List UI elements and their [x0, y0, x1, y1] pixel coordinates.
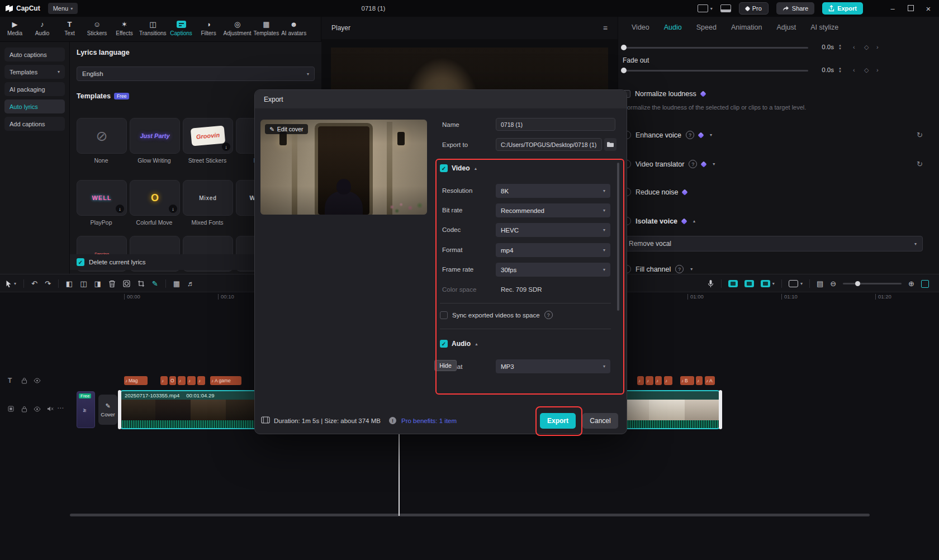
audio-segment[interactable]: ♪Mag: [124, 376, 148, 385]
record-mic-icon[interactable]: [707, 279, 714, 288]
keyframe-prev-icon[interactable]: ‹: [853, 67, 855, 73]
pro-badge[interactable]: Pro: [739, 2, 769, 15]
export-path-input[interactable]: C:/Users/TOPGUS/Desktop/0718 (1)....: [496, 138, 602, 151]
fade-in-slider-handle[interactable]: [621, 45, 627, 50]
fade-out-stepper[interactable]: ▲▼: [838, 67, 842, 73]
delete-lyrics-checkbox[interactable]: ✓: [77, 258, 84, 266]
tab-media[interactable]: ▶Media: [1, 20, 29, 41]
keyframe-diamond-icon[interactable]: ◇: [864, 44, 869, 51]
mask-icon[interactable]: [123, 280, 130, 287]
delete-icon[interactable]: [108, 280, 116, 288]
tab-effects[interactable]: ✶Effects: [111, 20, 138, 41]
track-options-button[interactable]: ▾: [761, 280, 775, 287]
folder-picker-button[interactable]: [604, 138, 616, 151]
split-right-icon[interactable]: ◨: [94, 280, 101, 287]
audio-segment[interactable]: ♪: [187, 376, 196, 385]
split-icon[interactable]: ◫: [80, 280, 87, 287]
collapse-icon[interactable]: ▲: [475, 342, 478, 346]
audio-segment[interactable]: ♪: [664, 376, 672, 385]
fit-timeline-icon[interactable]: [921, 280, 929, 288]
cancel-button[interactable]: Cancel: [582, 413, 618, 429]
tab-filters[interactable]: ◑Filters: [195, 20, 222, 41]
clip-options-button[interactable]: ▾: [789, 280, 803, 287]
zoom-in-icon[interactable]: ⊕: [908, 280, 914, 287]
lock-icon[interactable]: [21, 377, 27, 384]
dialog-scrollbar[interactable]: [617, 163, 619, 311]
sidebar-item-ai-packaging[interactable]: AI packaging: [4, 82, 65, 96]
ai-pen-icon[interactable]: ✎: [152, 280, 158, 287]
reset-icon[interactable]: ↻: [917, 160, 923, 168]
tab-text[interactable]: TText: [56, 20, 83, 41]
pro-benefits-link[interactable]: Pro benefits: 1 item: [401, 417, 457, 424]
reset-icon[interactable]: ↻: [917, 131, 923, 139]
edit-cover-button[interactable]: ✎ Edit cover: [265, 124, 308, 134]
fade-out-slider-handle[interactable]: [621, 68, 627, 73]
panel-layout-icon[interactable]: [720, 4, 731, 12]
tab-speed[interactable]: Speed: [696, 23, 717, 31]
timeline-scrollbar[interactable]: [70, 514, 870, 516]
audio-segment[interactable]: ♪: [637, 376, 644, 385]
split-left-icon[interactable]: ◧: [66, 280, 73, 287]
audio-segment[interactable]: ♪A game: [210, 376, 241, 385]
lock-icon[interactable]: [21, 406, 27, 412]
tab-animation[interactable]: Animation: [731, 23, 762, 31]
template-card-glow-writing[interactable]: Just Party: [130, 118, 180, 154]
auto-cut-icon[interactable]: [728, 280, 738, 287]
audio-segment[interactable]: ♪A: [705, 376, 715, 385]
codec-select[interactable]: HEVC▾: [496, 223, 610, 237]
clip-trim-handle-right[interactable]: [719, 390, 722, 429]
close-button[interactable]: ×: [923, 4, 933, 13]
tab-video[interactable]: Video: [632, 23, 649, 31]
fade-in-stepper[interactable]: ▲▼: [838, 44, 842, 50]
tab-ai-avatars[interactable]: ☻AI avatars: [280, 20, 307, 41]
clip-trim-handle-left[interactable]: [118, 390, 121, 429]
resolution-select[interactable]: 8K▾: [496, 184, 610, 198]
fade-out-slider[interactable]: [623, 70, 808, 72]
fade-in-slider[interactable]: [623, 47, 808, 49]
undo-icon[interactable]: ↶: [31, 280, 37, 287]
text-track-icon[interactable]: T: [8, 377, 12, 384]
keyframe-diamond-icon[interactable]: ◇: [864, 67, 869, 74]
name-input[interactable]: 0718 (1): [496, 118, 615, 131]
tab-transitions[interactable]: ◫Transitions: [138, 20, 168, 41]
sidebar-item-add-captions[interactable]: Add captions: [4, 117, 65, 131]
sidebar-item-auto-lyrics[interactable]: Auto lyrics: [4, 99, 65, 113]
minimize-button[interactable]: –: [888, 4, 898, 13]
preview-frames-icon[interactable]: ▤: [817, 280, 823, 287]
link-clips-icon[interactable]: [744, 280, 754, 287]
eye-icon[interactable]: [34, 406, 41, 412]
keyframe-next-icon[interactable]: ›: [876, 44, 879, 50]
template-card-street-stickers[interactable]: Groovin ↓: [183, 118, 233, 154]
menu-button[interactable]: Menu▾: [48, 3, 78, 14]
template-card-mixed-fonts[interactable]: Mixed: [183, 180, 233, 216]
timeline-zoom-slider[interactable]: [843, 283, 902, 284]
tab-adjustment[interactable]: ◎Adjustment: [222, 20, 253, 41]
keyframe-next-icon[interactable]: ›: [876, 67, 879, 73]
cover-button[interactable]: ✎ Cover: [98, 395, 117, 425]
remove-vocal-select[interactable]: Remove vocal▾: [623, 236, 923, 251]
bitrate-select[interactable]: Recommended▾: [496, 203, 610, 217]
player-menu-icon[interactable]: ≡: [603, 23, 608, 32]
export-confirm-button[interactable]: Export: [540, 413, 576, 429]
eye-icon[interactable]: [34, 378, 41, 383]
fade-out-value[interactable]: 0.0s: [810, 67, 834, 73]
tab-audio[interactable]: Audio: [664, 23, 682, 31]
audio-checkbox[interactable]: ✓: [440, 340, 448, 348]
tab-templates[interactable]: ▦Templates: [253, 20, 281, 41]
template-card-none[interactable]: ⊘: [77, 118, 127, 154]
audio-segment[interactable]: ♪: [197, 376, 205, 385]
template-card-colorful-move[interactable]: O↓: [130, 180, 180, 216]
video-checkbox[interactable]: ✓: [440, 164, 448, 172]
fade-in-value[interactable]: 0.0s: [810, 44, 834, 50]
zoom-slider-handle[interactable]: [855, 281, 860, 286]
frames-icon[interactable]: ▦: [173, 280, 180, 287]
audio-segment[interactable]: ♪: [696, 376, 703, 385]
player-layout-button[interactable]: ▾: [698, 4, 713, 12]
audio-segment[interactable]: ♪: [178, 376, 186, 385]
collapse-icon[interactable]: ▲: [473, 167, 477, 170]
tab-ai-stylize[interactable]: AI stylize: [810, 23, 838, 31]
crop-icon[interactable]: [137, 280, 145, 287]
format-select[interactable]: mp4▾: [496, 243, 610, 257]
audio-segment[interactable]: ♪B: [680, 376, 694, 385]
audio-segment[interactable]: ♪: [160, 376, 168, 385]
